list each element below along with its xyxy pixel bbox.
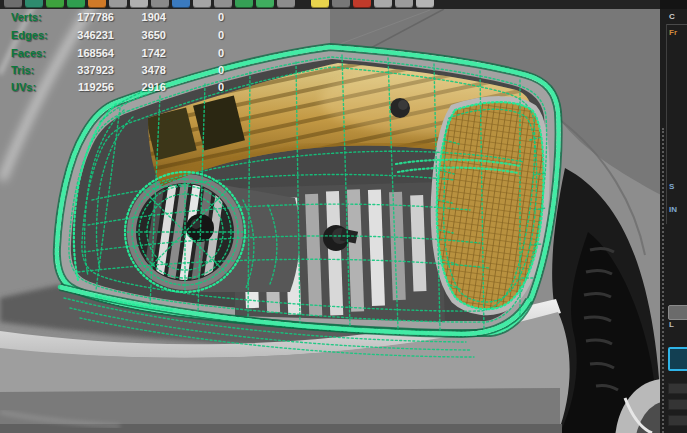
inputs-section-header[interactable]: IN: [669, 205, 677, 214]
green-mirror-icon[interactable]: [256, 0, 274, 8]
hud-value: 119256: [58, 81, 114, 93]
hud-value: 0: [180, 81, 224, 93]
hud-value: 168564: [58, 47, 114, 59]
channel-box-attribute[interactable]: Fr: [669, 28, 677, 37]
panel-button[interactable]: [668, 305, 687, 320]
gray-sphere-icon[interactable]: [193, 0, 211, 8]
hud-value: 346231: [58, 29, 114, 41]
panel-label: L: [669, 320, 674, 329]
panel-field[interactable]: [668, 399, 687, 410]
channel-box-object-name[interactable]: C: [669, 12, 675, 21]
grid-tool-icon[interactable]: [151, 0, 169, 8]
hud-value: 1742: [122, 47, 166, 59]
hud-label: Verts:: [11, 11, 42, 23]
yellow-sphere-icon[interactable]: [311, 0, 329, 8]
panel-field[interactable]: [668, 415, 687, 426]
poly-cube-icon[interactable]: [46, 0, 64, 8]
application-window: Verts: 177786 1904 0 Edges: 346231 3650 …: [0, 0, 687, 433]
pencil-curve-icon[interactable]: [88, 0, 106, 8]
ring-tool-icon[interactable]: [374, 0, 392, 8]
gray-snap-icon[interactable]: [277, 0, 295, 8]
wrench-icon[interactable]: [416, 0, 434, 8]
hud-value: 3650: [122, 29, 166, 41]
green-duplicate-icon[interactable]: [235, 0, 253, 8]
red-pen-icon[interactable]: [353, 0, 371, 8]
arch-tool-icon[interactable]: [214, 0, 232, 8]
hud-value: 0: [180, 64, 224, 76]
teal-tool-icon[interactable]: [25, 0, 43, 8]
shelf-toolbar: [0, 0, 687, 9]
shapes-section-header[interactable]: S: [669, 182, 674, 191]
copy-tool-icon[interactable]: [395, 0, 413, 8]
hud-value: 0: [180, 29, 224, 41]
hud-label: Faces:: [11, 47, 46, 59]
hud-value: 177786: [58, 11, 114, 23]
hud-value: 3478: [122, 64, 166, 76]
hud-value: 0: [180, 47, 224, 59]
curve-tool-icon[interactable]: [4, 0, 22, 8]
poly-diamond-icon[interactable]: [67, 0, 85, 8]
panel-resize-handle[interactable]: [662, 128, 664, 433]
panel-field[interactable]: [668, 383, 687, 394]
small-marker-icon[interactable]: [332, 0, 350, 8]
hud-value: 0: [180, 11, 224, 23]
channel-box-panel: C Fr S IN L: [660, 9, 687, 433]
hud-value: 2916: [122, 81, 166, 93]
hud-label: UVs:: [11, 81, 36, 93]
envelope-icon[interactable]: [130, 0, 148, 8]
hud-label: Tris:: [11, 64, 34, 76]
hud-label: Edges:: [11, 29, 48, 41]
blue-sphere-icon[interactable]: [172, 0, 190, 8]
hud-value: 337923: [58, 64, 114, 76]
hud-value: 1904: [122, 11, 166, 23]
panel-corner: [660, 0, 687, 9]
gray-tool-icon[interactable]: [109, 0, 127, 8]
panel-active-button[interactable]: [668, 347, 687, 371]
